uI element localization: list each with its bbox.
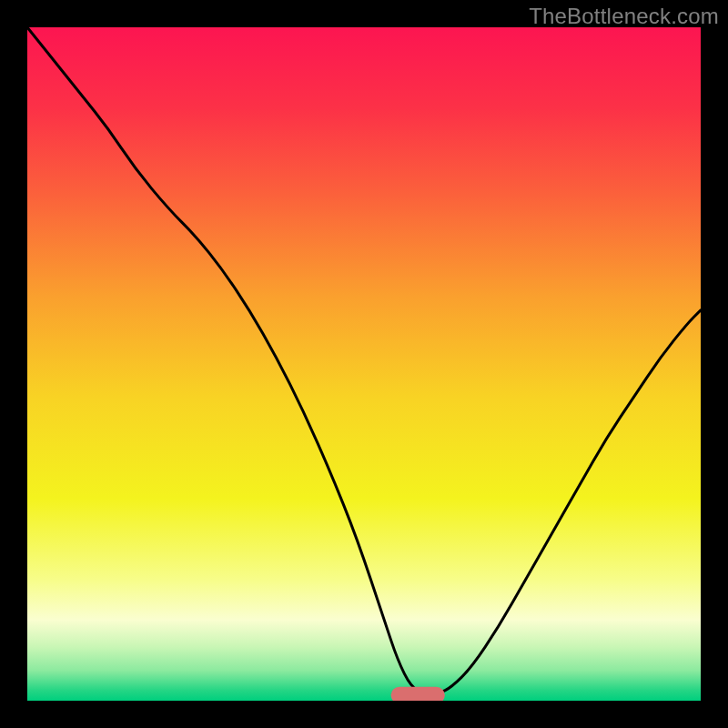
optimal-marker (391, 687, 445, 701)
watermark-text: TheBottleneck.com (529, 4, 719, 29)
chart-frame: TheBottleneck.com (0, 0, 728, 728)
chart-plot-area (27, 27, 701, 701)
chart-svg (27, 27, 701, 701)
chart-background (27, 27, 701, 701)
